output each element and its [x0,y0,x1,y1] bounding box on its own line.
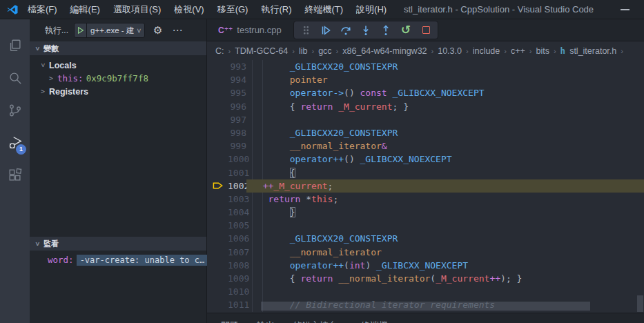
watch-section-header[interactable]: > 監看 [30,237,206,251]
code-line[interactable]: 1008 operator++(int) _GLIBCXX_NOEXCEPT [207,259,644,272]
breadcrumb-item[interactable]: x86_64-w64-mingw32 [342,46,427,56]
glyph-margin[interactable] [207,73,228,86]
line-number[interactable]: 1010 [228,285,246,298]
code-line[interactable]: 1006 _GLIBCXX20_CONSTEXPR [207,232,644,245]
code-line[interactable]: 1010 [207,285,644,298]
glyph-margin[interactable] [207,193,228,206]
menubar-item[interactable]: 編輯(E) [68,2,102,17]
breadcrumb-item[interactable]: TDM-GCC-64 [235,46,288,56]
code-line[interactable]: 995 operator->() const _GLIBCXX_NOEXCEPT [207,86,644,99]
sidebar-item-explorer[interactable] [0,29,30,61]
sidebar-item-source-control[interactable] [0,94,30,126]
line-number[interactable]: 1002 [228,179,246,193]
code-line[interactable]: 1004 } [207,206,644,219]
breadcrumb-file[interactable]: stl_iterator.h [569,46,616,56]
continue-button[interactable] [320,24,332,37]
glyph-margin[interactable] [207,219,228,232]
menubar-item[interactable]: 說明(H) [354,2,389,17]
code-line[interactable]: 1001 { [207,166,644,179]
step-into-button[interactable] [360,24,372,37]
restart-button[interactable]: ↺ [400,24,412,37]
glyph-margin[interactable] [207,298,228,311]
code-line[interactable]: 997 [207,113,644,126]
breadcrumb-item[interactable]: include [473,46,500,56]
gear-icon[interactable]: ⚙ [153,24,162,37]
watch-expression-row[interactable]: word: -var-create: unable to c… [30,253,206,266]
code-line[interactable]: 1003 return *this; [207,193,644,206]
panel-tab[interactable]: 輸出 [257,313,275,323]
panel-tab[interactable]: 問題 [221,313,239,323]
code-line[interactable]: 999 __normal_iterator& [207,139,644,153]
chevron-collapsed-icon[interactable]: > [48,75,55,82]
line-number[interactable]: 994 [228,73,246,86]
code-editor[interactable]: 993 _GLIBCXX20_CONSTEXPR994 pointer995 o… [207,60,644,313]
breadcrumb-item[interactable]: gcc [318,46,331,56]
sidebar-item-run-and-debug[interactable]: 1 [0,126,30,159]
line-number[interactable]: 999 [228,139,246,153]
code-line[interactable]: 993 _GLIBCXX20_CONSTEXPR [207,60,644,73]
line-number[interactable]: 1011 [228,298,246,311]
line-number[interactable]: 1006 [228,232,246,245]
glyph-margin[interactable] [207,206,228,219]
menubar-item[interactable]: 選取項目(S) [111,2,163,17]
glyph-margin[interactable] [207,139,228,153]
breadcrumb-item[interactable]: 10.3.0 [438,46,462,56]
panel-tab[interactable]: 終端機 [361,313,388,323]
sidebar-item-extensions[interactable] [0,159,30,191]
line-number[interactable]: 995 [228,86,246,99]
glyph-margin[interactable] [207,126,228,139]
glyph-margin[interactable] [207,86,228,99]
line-number[interactable]: 1005 [228,219,246,232]
code-line[interactable]: 1005 [207,219,644,232]
line-number[interactable]: 996 [228,100,246,113]
glyph-margin[interactable] [207,113,228,126]
line-number[interactable]: 993 [228,60,246,73]
code-line[interactable]: 1007 __normal_iterator [207,246,644,259]
breadcrumb-item[interactable]: lib [299,46,308,56]
start-debugging-icon[interactable] [75,23,87,37]
code-line[interactable]: 1000 operator++() _GLIBCXX_NOEXCEPT [207,153,644,166]
line-number[interactable]: 998 [228,126,246,139]
line-number[interactable]: 1001 [228,166,246,179]
toolbar-drag-handle[interactable] [300,24,312,37]
line-number[interactable]: 1008 [228,259,246,272]
step-out-button[interactable] [380,24,392,37]
glyph-margin[interactable] [207,246,228,259]
glyph-margin[interactable] [207,272,228,285]
locals-tree-item[interactable]: > Locals [30,59,206,72]
glyph-margin[interactable] [207,232,228,245]
debug-current-line-arrow-icon[interactable] [207,179,228,193]
breadcrumb-item[interactable]: C: [215,46,224,56]
line-number[interactable]: 1007 [228,246,246,259]
code-line[interactable]: 998 _GLIBCXX20_CONSTEXPR [207,126,644,139]
breadcrumb-item[interactable]: c++ [511,46,525,56]
sidebar-item-search[interactable] [0,61,30,94]
chevron-collapsed-icon[interactable]: > [39,88,46,95]
line-number[interactable]: 1004 [228,206,246,219]
registers-tree-item[interactable]: > Registers [30,85,206,98]
menubar-item[interactable]: 執行(R) [259,2,293,17]
minimize-button[interactable] [615,0,634,19]
breadcrumb-item[interactable]: bits [536,46,549,56]
code-line-current[interactable]: 1002 ++_M_current; [207,179,644,193]
glyph-margin[interactable] [207,285,228,298]
menubar-item[interactable]: 檔案(F) [26,2,59,17]
stop-button[interactable] [420,24,432,37]
code-line[interactable]: 1009 { return __normal_iterator(_M_curre… [207,272,644,285]
code-line[interactable]: 996 { return _M_current; } [207,100,644,113]
glyph-margin[interactable] [207,60,228,73]
line-number[interactable]: 1000 [228,153,246,166]
this-variable-row[interactable]: > this: 0x9c9b7ff7f8 [30,72,206,85]
line-number[interactable]: 1009 [228,272,246,285]
glyph-margin[interactable] [207,259,228,272]
code-line[interactable]: 994 pointer [207,73,644,86]
horizontal-scrollbar[interactable] [261,302,590,311]
tab-testrun-cpp[interactable]: C⁺⁺ testrun.cpp [207,19,290,41]
glyph-margin[interactable] [207,166,228,179]
more-actions-icon[interactable]: ⋯ [172,24,183,37]
menubar-item[interactable]: 終端機(T) [302,2,345,17]
menubar-item[interactable]: 移至(G) [215,2,251,17]
line-number[interactable]: 997 [228,113,246,126]
vertical-scrollbar[interactable] [637,295,643,312]
launch-config-select[interactable]: g++.exe - 建置 > [74,23,145,38]
